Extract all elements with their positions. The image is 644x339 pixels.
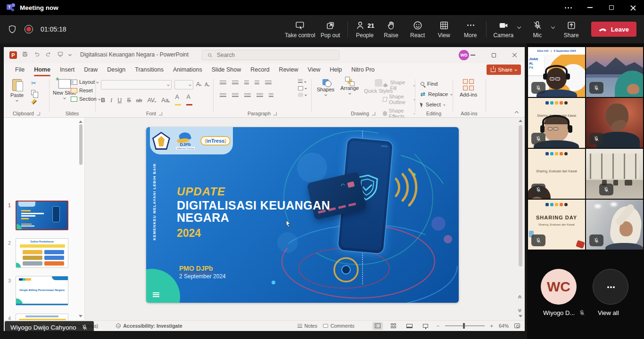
- menu-transitions[interactable]: Transitions: [130, 63, 168, 76]
- arrange-button[interactable]: Arrange: [340, 79, 359, 94]
- view-all-label[interactable]: View all: [598, 309, 619, 316]
- bold-button[interactable]: B: [101, 97, 105, 104]
- cut-icon[interactable]: ✂: [31, 80, 37, 86]
- select-button[interactable]: Select: [421, 100, 452, 109]
- paragraph-dialog-launcher-icon[interactable]: [273, 112, 277, 115]
- participant-tile-4[interactable]: [586, 98, 643, 148]
- menu-insert[interactable]: Insert: [55, 63, 79, 76]
- increase-indent-button[interactable]: [255, 81, 259, 85]
- menu-help[interactable]: Help: [325, 63, 347, 76]
- shape-fill-button[interactable]: Shape Fill: [383, 80, 415, 91]
- camera-button[interactable]: Camera: [490, 16, 517, 42]
- view-button[interactable]: View: [431, 16, 457, 42]
- bullets-button[interactable]: [220, 81, 226, 85]
- copy-icon[interactable]: [31, 90, 35, 95]
- redo-icon[interactable]: [45, 51, 52, 57]
- font-dialog-launcher-icon[interactable]: [159, 112, 162, 115]
- participant-tile-8[interactable]: [586, 200, 643, 250]
- thumbnail-scrollbar[interactable]: [79, 121, 83, 317]
- zoom-in-button[interactable]: +: [490, 323, 493, 329]
- participant-tile-2[interactable]: [586, 47, 643, 97]
- start-slideshow-icon[interactable]: [57, 51, 64, 57]
- justify-button[interactable]: [256, 93, 263, 98]
- slide-thumbnail-1[interactable]: [16, 201, 68, 230]
- titlebar-more-icon[interactable]: [557, 0, 579, 15]
- comments-toggle-button[interactable]: Comments: [323, 323, 355, 329]
- participant-tile-7[interactable]: SHARING DAY Sharing, Evaluasi dan Kawal: [528, 200, 585, 250]
- strikethrough-button[interactable]: S: [127, 97, 131, 104]
- notes-toggle-button[interactable]: Notes: [297, 323, 317, 329]
- convert-smartart-button[interactable]: [298, 93, 306, 97]
- slide-thumbnail-2[interactable]: Outline Pembahasan: [16, 238, 68, 268]
- slide-thumbnail-4[interactable]: [16, 314, 68, 320]
- next-slide-button[interactable]: [519, 309, 521, 311]
- menu-review[interactable]: Review: [274, 63, 303, 76]
- previous-slide-button[interactable]: [519, 297, 521, 299]
- mic-button[interactable]: Mic: [524, 16, 551, 42]
- view-all-button[interactable]: [593, 269, 628, 305]
- slide-canvas[interactable]: DJPb Indonesian Treasury (inTress) KEMEN…: [146, 127, 459, 303]
- align-right-button[interactable]: [244, 93, 251, 98]
- decrease-indent-button[interactable]: [244, 81, 249, 85]
- decrease-font-size-button[interactable]: A: [205, 81, 209, 87]
- menu-draw[interactable]: Draw: [79, 63, 102, 76]
- close-button[interactable]: [622, 0, 644, 15]
- normal-view-button[interactable]: [372, 322, 383, 330]
- font-size-combobox[interactable]: [174, 80, 193, 89]
- paste-button[interactable]: Paste: [10, 79, 24, 101]
- menu-file[interactable]: File: [10, 63, 29, 76]
- find-button[interactable]: Find: [421, 79, 452, 89]
- line-spacing-button[interactable]: [265, 81, 272, 85]
- text-shadow-button[interactable]: ab: [136, 97, 142, 103]
- pop-out-button[interactable]: Pop out: [317, 16, 344, 42]
- minimize-button[interactable]: [579, 0, 601, 15]
- thumb-scroll-down-icon[interactable]: [79, 315, 83, 317]
- replace-button[interactable]: ⇄Replace: [421, 89, 452, 99]
- undo-icon[interactable]: [33, 51, 40, 57]
- menu-slide-show[interactable]: Slide Show: [207, 63, 246, 76]
- font-name-combobox[interactable]: [101, 80, 172, 89]
- slide-sorter-view-button[interactable]: [388, 322, 399, 330]
- menu-view[interactable]: View: [303, 63, 325, 76]
- react-button[interactable]: React: [405, 16, 431, 42]
- raise-hand-button[interactable]: Raise: [378, 16, 405, 42]
- slide-thumbnail-3[interactable]: Single Billing Penerimaan Negara: [16, 276, 68, 306]
- menu-animations[interactable]: Animations: [168, 63, 207, 76]
- format-painter-icon[interactable]: [31, 99, 37, 105]
- thumb-scroll-up-icon[interactable]: [79, 121, 83, 123]
- people-button[interactable]: 21 People: [352, 16, 378, 42]
- menu-design[interactable]: Design: [102, 63, 130, 76]
- numbering-button[interactable]: [232, 81, 239, 85]
- reading-view-button[interactable]: [405, 322, 415, 330]
- zoom-slider-thumb[interactable]: [463, 323, 465, 329]
- highlight-color-button[interactable]: A: [175, 94, 181, 107]
- columns-button[interactable]: [269, 93, 273, 98]
- ppt-restore-button[interactable]: [483, 47, 504, 63]
- fit-slide-button[interactable]: [514, 323, 520, 328]
- zoom-slider[interactable]: [445, 325, 485, 326]
- zoom-level[interactable]: 64%: [499, 323, 509, 329]
- collapse-ribbon-chevron-icon[interactable]: [515, 111, 519, 115]
- increase-font-size-button[interactable]: A: [196, 81, 201, 88]
- ppt-close-button[interactable]: [504, 47, 525, 63]
- participant-tile-6[interactable]: [586, 149, 643, 199]
- align-left-button[interactable]: [220, 93, 226, 98]
- take-control-button[interactable]: Take control: [283, 16, 317, 42]
- ppt-share-button[interactable]: Share: [487, 65, 521, 75]
- add-ins-button[interactable]: Add-ins: [460, 79, 477, 97]
- participant-tile-1[interactable]: Edisi #10|6 September 2024 JHAN AL PA: [528, 47, 585, 97]
- save-icon[interactable]: [22, 51, 28, 57]
- shapes-button[interactable]: Shapes: [317, 79, 334, 96]
- clipboard-dialog-launcher-icon[interactable]: [37, 112, 40, 115]
- more-button[interactable]: More: [457, 16, 484, 42]
- scroll-up-icon[interactable]: [519, 120, 522, 122]
- ppt-search-box[interactable]: Search: [202, 50, 339, 60]
- accessibility-status[interactable]: Accessibility: Investigate: [116, 323, 182, 329]
- underline-button[interactable]: U: [117, 97, 122, 104]
- leave-button[interactable]: Leave: [591, 22, 636, 37]
- share-button[interactable]: Share: [558, 16, 585, 42]
- align-center-button[interactable]: [232, 93, 239, 98]
- menu-nitro-pro[interactable]: Nitro Pro: [347, 63, 379, 76]
- mic-options-chevron-icon[interactable]: [551, 25, 554, 29]
- qat-customize-chevron-icon[interactable]: [68, 52, 72, 56]
